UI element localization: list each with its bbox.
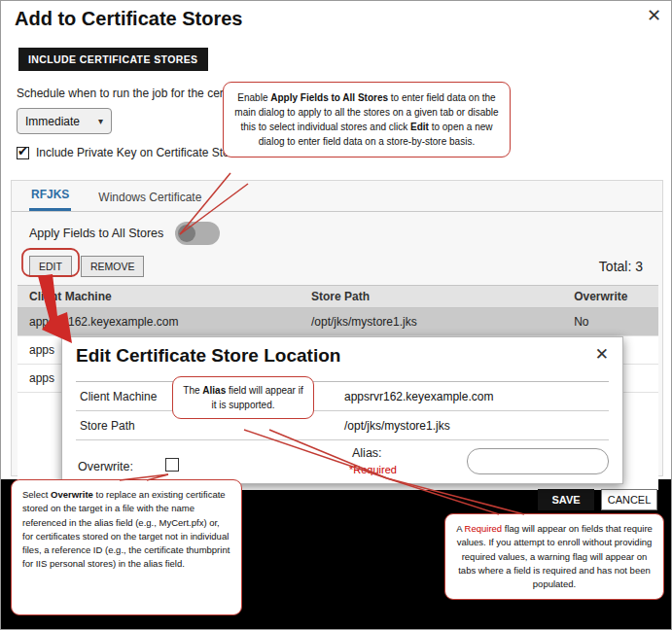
close-icon[interactable]: ✕ — [647, 7, 661, 24]
callout-overwrite: Select Overwrite to replace an existing … — [11, 479, 242, 615]
close-icon[interactable]: ✕ — [595, 344, 609, 365]
store-path-value: /opt/jks/mystore1.jks — [344, 419, 450, 433]
required-flag: *Required — [349, 464, 397, 475]
overwrite-label: Overwrite: — [78, 460, 133, 473]
tab-rfjks[interactable]: RFJKS — [29, 181, 71, 211]
include-private-key-row: Include Private Key on Certificate Store — [17, 146, 239, 159]
callout-required-flag: A Required flag will appear on fields th… — [444, 513, 664, 600]
schedule-select-value: Immediate — [25, 115, 80, 128]
table-cell-client_machine: appsrvr162.keyexample.com — [18, 308, 300, 336]
table-cell-store_path: /opt/jks/mystore1.jks — [300, 308, 562, 336]
column-header-overwrite: Overwrite — [562, 286, 658, 308]
client-machine-row: Client Machine appsrvr162.keyexample.com — [76, 382, 609, 411]
overwrite-checkbox[interactable] — [165, 458, 179, 472]
apply-fields-label: Apply Fields to All Stores — [29, 227, 163, 240]
page-title: Add to Certificate Stores — [15, 8, 242, 30]
table-cell-overwrite: No — [562, 308, 658, 336]
tab-strip: RFJKS Windows Certificate — [12, 181, 662, 212]
callout-alias-field: The Alias field will appear if it is sup… — [172, 376, 314, 419]
include-certificate-stores-button[interactable]: INCLUDE CERTIFICATE STORES — [18, 48, 208, 71]
annotated-screenshot: Add to Certificate Stores ✕ INCLUDE CERT… — [0, 0, 672, 630]
alias-input[interactable] — [467, 448, 609, 474]
save-button[interactable]: SAVE — [538, 489, 594, 510]
include-private-key-checkbox[interactable] — [17, 147, 29, 159]
alias-label: Alias: — [352, 446, 382, 460]
apply-fields-toggle[interactable] — [175, 222, 220, 245]
toggle-knob — [178, 225, 195, 242]
chevron-down-icon: ▾ — [98, 116, 103, 126]
client-machine-label: Client Machine — [80, 390, 157, 403]
cancel-button[interactable]: CANCEL — [601, 489, 657, 510]
store-path-row: Store Path /opt/jks/mystore1.jks — [76, 411, 609, 440]
tab-windows-certificate[interactable]: Windows Certificate — [96, 184, 203, 211]
callout-apply-fields: Enable Apply Fields to All Stores to ent… — [223, 82, 511, 158]
include-private-key-label: Include Private Key on Certificate Store — [36, 146, 239, 159]
column-header-client-machine: Client Machine — [18, 286, 300, 308]
client-machine-value: appsrvr162.keyexample.com — [344, 390, 493, 403]
column-header-store-path: Store Path — [300, 286, 562, 308]
edit-dialog-title: Edit Certificate Store Location — [76, 345, 340, 367]
schedule-label: Schedule when to run the job for the cer… — [17, 87, 257, 100]
schedule-select[interactable]: Immediate ▾ — [17, 108, 112, 134]
total-count: Total: 3 — [599, 259, 643, 274]
remove-button[interactable]: REMOVE — [81, 256, 145, 277]
table-row[interactable]: appsrvr162.keyexample.com/opt/jks/mystor… — [18, 308, 658, 336]
edit-certificate-store-location-dialog: Edit Certificate Store Location ✕ Client… — [61, 336, 623, 484]
edit-button[interactable]: EDIT — [29, 256, 72, 277]
store-path-label: Store Path — [80, 419, 135, 433]
